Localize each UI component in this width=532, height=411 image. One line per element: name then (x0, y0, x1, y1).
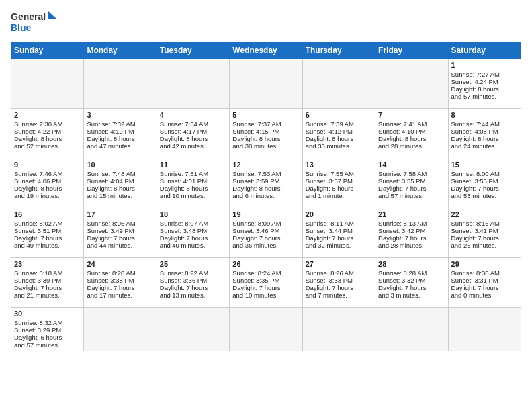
calendar-cell (84, 59, 157, 109)
calendar-cell: 15Sunrise: 8:00 AM Sunset: 3:53 PM Dayli… (448, 158, 521, 208)
day-number: 18 (160, 210, 226, 218)
weekday-friday: Friday (375, 42, 448, 59)
calendar-cell: 1Sunrise: 7:27 AM Sunset: 4:24 PM Daylig… (448, 59, 521, 109)
day-info: Sunrise: 7:41 AM Sunset: 4:10 PM Dayligh… (378, 120, 445, 150)
calendar-cell: 3Sunrise: 7:32 AM Sunset: 4:19 PM Daylig… (84, 109, 157, 158)
day-number: 4 (160, 111, 226, 119)
calendar-cell: 30Sunrise: 8:32 AM Sunset: 3:29 PM Dayli… (11, 308, 84, 351)
day-number: 22 (451, 210, 518, 218)
day-number: 15 (451, 161, 518, 169)
day-info: Sunrise: 8:11 AM Sunset: 3:44 PM Dayligh… (306, 220, 372, 249)
calendar-cell: 16Sunrise: 8:02 AM Sunset: 3:51 PM Dayli… (11, 208, 84, 258)
day-number: 2 (14, 111, 81, 119)
calendar-page: General Blue SundayMondayTuesdayWednesda… (0, 0, 532, 359)
day-info: Sunrise: 8:02 AM Sunset: 3:51 PM Dayligh… (14, 220, 81, 249)
day-info: Sunrise: 8:24 AM Sunset: 3:35 PM Dayligh… (232, 269, 299, 299)
day-number: 9 (14, 161, 81, 169)
day-number: 8 (451, 111, 518, 119)
day-info: Sunrise: 7:53 AM Sunset: 3:59 PM Dayligh… (232, 170, 299, 199)
calendar-cell: 26Sunrise: 8:24 AM Sunset: 3:35 PM Dayli… (230, 258, 302, 308)
day-info: Sunrise: 8:00 AM Sunset: 3:53 PM Dayligh… (451, 170, 518, 199)
day-info: Sunrise: 8:16 AM Sunset: 3:41 PM Dayligh… (451, 220, 518, 249)
calendar-cell (230, 308, 302, 351)
day-info: Sunrise: 8:22 AM Sunset: 3:36 PM Dayligh… (160, 269, 226, 299)
day-number: 17 (87, 210, 153, 218)
day-number: 19 (232, 210, 299, 218)
day-number: 28 (378, 260, 445, 268)
calendar-cell: 27Sunrise: 8:26 AM Sunset: 3:33 PM Dayli… (302, 258, 375, 308)
day-info: Sunrise: 7:39 AM Sunset: 4:12 PM Dayligh… (306, 120, 372, 150)
svg-text:Blue: Blue (11, 22, 32, 33)
day-info: Sunrise: 7:46 AM Sunset: 4:06 PM Dayligh… (14, 170, 81, 199)
calendar-cell: 11Sunrise: 7:51 AM Sunset: 4:01 PM Dayli… (157, 158, 229, 208)
calendar-cell: 25Sunrise: 8:22 AM Sunset: 3:36 PM Dayli… (157, 258, 229, 308)
day-info: Sunrise: 7:32 AM Sunset: 4:19 PM Dayligh… (87, 120, 153, 150)
day-info: Sunrise: 8:20 AM Sunset: 3:38 PM Dayligh… (87, 269, 153, 299)
day-info: Sunrise: 8:32 AM Sunset: 3:29 PM Dayligh… (14, 319, 81, 349)
weekday-monday: Monday (84, 42, 157, 59)
day-number: 7 (378, 111, 445, 119)
day-info: Sunrise: 8:26 AM Sunset: 3:33 PM Dayligh… (306, 269, 372, 299)
day-info: Sunrise: 8:18 AM Sunset: 3:39 PM Dayligh… (14, 269, 81, 299)
day-number: 21 (378, 210, 445, 218)
calendar-cell (157, 59, 229, 109)
calendar-cell: 14Sunrise: 7:58 AM Sunset: 3:55 PM Dayli… (375, 158, 448, 208)
day-info: Sunrise: 8:05 AM Sunset: 3:49 PM Dayligh… (87, 220, 153, 249)
day-info: Sunrise: 7:44 AM Sunset: 4:08 PM Dayligh… (451, 120, 518, 150)
calendar-cell: 10Sunrise: 7:48 AM Sunset: 4:04 PM Dayli… (84, 158, 157, 208)
day-info: Sunrise: 7:34 AM Sunset: 4:17 PM Dayligh… (160, 120, 226, 150)
calendar-cell: 20Sunrise: 8:11 AM Sunset: 3:44 PM Dayli… (302, 208, 375, 258)
day-info: Sunrise: 8:09 AM Sunset: 3:46 PM Dayligh… (232, 220, 299, 249)
calendar-cell: 2Sunrise: 7:30 AM Sunset: 4:22 PM Daylig… (11, 109, 84, 158)
day-info: Sunrise: 8:28 AM Sunset: 3:32 PM Dayligh… (378, 269, 445, 299)
calendar-cell: 24Sunrise: 8:20 AM Sunset: 3:38 PM Dayli… (84, 258, 157, 308)
day-info: Sunrise: 7:37 AM Sunset: 4:15 PM Dayligh… (232, 120, 299, 150)
day-number: 1 (451, 61, 518, 69)
weekday-sunday: Sunday (11, 42, 84, 59)
logo-svg: General Blue (11, 8, 58, 36)
calendar-cell: 13Sunrise: 7:55 AM Sunset: 3:57 PM Dayli… (302, 158, 375, 208)
day-number: 6 (306, 111, 372, 119)
calendar-cell (230, 59, 302, 109)
calendar-cell (11, 59, 84, 109)
day-number: 29 (451, 260, 518, 268)
day-info: Sunrise: 7:55 AM Sunset: 3:57 PM Dayligh… (306, 170, 372, 199)
calendar-cell: 12Sunrise: 7:53 AM Sunset: 3:59 PM Dayli… (230, 158, 302, 208)
calendar-cell: 21Sunrise: 8:13 AM Sunset: 3:42 PM Dayli… (375, 208, 448, 258)
day-number: 23 (14, 260, 81, 268)
day-number: 10 (87, 161, 153, 169)
calendar-cell: 28Sunrise: 8:28 AM Sunset: 3:32 PM Dayli… (375, 258, 448, 308)
day-info: Sunrise: 7:48 AM Sunset: 4:04 PM Dayligh… (87, 170, 153, 199)
day-number: 27 (306, 260, 372, 268)
calendar-cell: 9Sunrise: 7:46 AM Sunset: 4:06 PM Daylig… (11, 158, 84, 208)
day-number: 30 (14, 310, 81, 318)
day-number: 3 (87, 111, 153, 119)
weekday-header-row: SundayMondayTuesdayWednesdayThursdayFrid… (11, 42, 521, 59)
weekday-tuesday: Tuesday (157, 42, 229, 59)
calendar-cell: 29Sunrise: 8:30 AM Sunset: 3:31 PM Dayli… (448, 258, 521, 308)
day-info: Sunrise: 8:30 AM Sunset: 3:31 PM Dayligh… (451, 269, 518, 299)
day-number: 26 (232, 260, 299, 268)
calendar-cell: 8Sunrise: 7:44 AM Sunset: 4:08 PM Daylig… (448, 109, 521, 158)
calendar-cell: 17Sunrise: 8:05 AM Sunset: 3:49 PM Dayli… (84, 208, 157, 258)
calendar-cell: 18Sunrise: 8:07 AM Sunset: 3:48 PM Dayli… (157, 208, 229, 258)
calendar-cell: 23Sunrise: 8:18 AM Sunset: 3:39 PM Dayli… (11, 258, 84, 308)
weekday-saturday: Saturday (448, 42, 521, 59)
calendar-cell: 6Sunrise: 7:39 AM Sunset: 4:12 PM Daylig… (302, 109, 375, 158)
day-info: Sunrise: 8:13 AM Sunset: 3:42 PM Dayligh… (378, 220, 445, 249)
day-number: 12 (232, 161, 299, 169)
day-info: Sunrise: 7:51 AM Sunset: 4:01 PM Dayligh… (160, 170, 226, 199)
day-number: 5 (232, 111, 299, 119)
calendar-cell (375, 308, 448, 351)
calendar-cell (448, 308, 521, 351)
calendar-cell (157, 308, 229, 351)
weekday-thursday: Thursday (302, 42, 375, 59)
calendar-cell (375, 59, 448, 109)
day-number: 24 (87, 260, 153, 268)
svg-text:General: General (11, 11, 46, 22)
calendar-cell: 4Sunrise: 7:34 AM Sunset: 4:17 PM Daylig… (157, 109, 229, 158)
calendar-cell (302, 59, 375, 109)
calendar-cell: 7Sunrise: 7:41 AM Sunset: 4:10 PM Daylig… (375, 109, 448, 158)
day-number: 11 (160, 161, 226, 169)
day-number: 14 (378, 161, 445, 169)
